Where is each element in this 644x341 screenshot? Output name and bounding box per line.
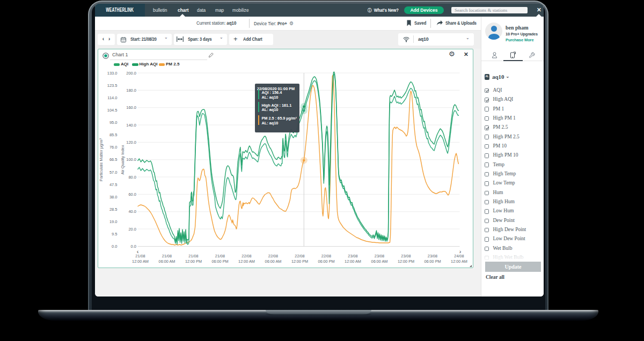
svg-text:66.5: 66.5 [109, 157, 118, 162]
svg-text:12:00 PM: 12:00 PM [291, 259, 308, 264]
svg-text:23/08: 23/08 [428, 254, 437, 258]
svg-text:0.0: 0.0 [112, 244, 117, 249]
svg-text:180.0: 180.0 [126, 88, 136, 93]
svg-text:12:00 AM: 12:00 AM [132, 259, 149, 264]
svg-text:›: › [459, 248, 462, 255]
svg-text:20.0: 20.0 [128, 227, 136, 232]
svg-text:85.5: 85.5 [109, 132, 118, 137]
svg-text:160.0: 160.0 [126, 105, 136, 110]
svg-text:120.0: 120.0 [126, 140, 136, 145]
svg-text:47.5: 47.5 [109, 182, 118, 187]
svg-text:‹: ‹ [137, 248, 139, 255]
svg-text:95.0: 95.0 [109, 120, 118, 125]
svg-text:06:00 AM: 06:00 AM [159, 259, 175, 264]
svg-text:Particulate Matter µg/m³: Particulate Matter µg/m³ [99, 138, 104, 181]
svg-text:06:00 PM: 06:00 PM [318, 259, 334, 264]
svg-text:28.5: 28.5 [109, 207, 118, 212]
svg-text:12:00 AM: 12:00 AM [238, 259, 255, 264]
svg-text:80.0: 80.0 [128, 175, 136, 180]
svg-text:100.0: 100.0 [126, 157, 136, 162]
svg-text:06:00 AM: 06:00 AM [265, 259, 282, 264]
svg-text:23/08: 23/08 [348, 254, 357, 258]
svg-text:22/08: 22/08 [321, 254, 331, 258]
svg-text:Air Quality Index: Air Quality Index [120, 145, 125, 174]
svg-text:200.0: 200.0 [126, 71, 136, 76]
svg-text:06:00 PM: 06:00 PM [424, 259, 441, 264]
svg-text:22/08: 22/08 [295, 254, 304, 258]
svg-text:12:00 AM: 12:00 AM [451, 259, 467, 264]
svg-text:23/08: 23/08 [375, 254, 384, 258]
svg-text:133.0: 133.0 [107, 71, 118, 76]
svg-text:21/08: 21/08 [215, 254, 225, 258]
svg-text:140.0: 140.0 [126, 123, 136, 128]
svg-text:21/08: 21/08 [162, 254, 172, 258]
svg-text:57.0: 57.0 [109, 170, 118, 175]
svg-text:06:00 AM: 06:00 AM [371, 259, 388, 264]
svg-text:12:00 PM: 12:00 PM [398, 259, 414, 264]
svg-text:0.0: 0.0 [131, 244, 136, 249]
svg-text:38.0: 38.0 [109, 195, 118, 199]
svg-text:12:00 AM: 12:00 AM [345, 259, 361, 264]
svg-text:76.0: 76.0 [109, 145, 118, 150]
svg-text:19.0: 19.0 [109, 219, 118, 224]
svg-text:12:00 PM: 12:00 PM [185, 259, 202, 264]
svg-text:06:00 PM: 06:00 PM [211, 259, 228, 264]
svg-text:60.0: 60.0 [128, 192, 136, 197]
svg-text:114.0: 114.0 [107, 95, 117, 100]
svg-text:123.5: 123.5 [107, 83, 118, 88]
svg-text:23/08: 23/08 [401, 254, 411, 258]
svg-text:22/08: 22/08 [268, 254, 278, 258]
svg-text:21/08: 21/08 [188, 254, 198, 258]
svg-text:104.5: 104.5 [107, 108, 118, 113]
svg-text:22/08: 22/08 [241, 254, 251, 258]
svg-text:40.0: 40.0 [128, 209, 136, 214]
svg-text:9.5: 9.5 [112, 232, 117, 236]
